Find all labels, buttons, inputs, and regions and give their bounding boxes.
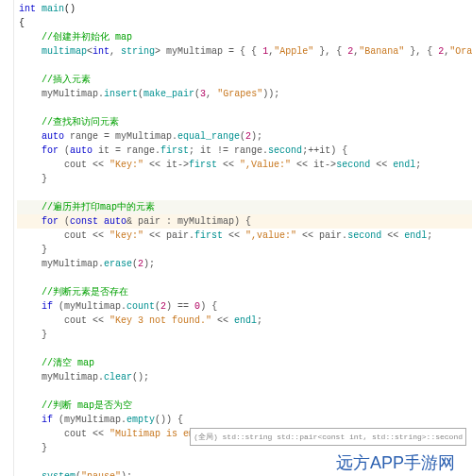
code-line[interactable] [17,101,472,115]
code-line[interactable]: //判断 map是否为空 [17,399,472,413]
code-token: auto [104,216,126,227]
code-token: (); [132,372,149,382]
code-line[interactable]: cout << "key:" << pair.first << ",value:… [17,229,472,243]
code-token: count [126,301,155,312]
code-token: auto [42,131,64,142]
code-token: << [370,160,393,170]
code-token: "Orange" [449,46,472,57]
code-token: ( [59,145,70,156]
gutter [0,0,14,476]
code-line[interactable]: auto range = myMultimap.equal_range(2); [17,129,472,144]
code-token [19,259,42,269]
code-token: const [70,216,98,227]
code-token: int [93,46,110,57]
code-token [19,46,42,57]
code-token: string [121,46,155,57]
code-token: ",value:" [245,230,296,241]
code-token: ) == [166,301,194,312]
code-token: equal_range [177,131,240,142]
code-token [19,202,42,212]
code-line[interactable]: myMultimap.erase(2); [17,257,472,271]
code-token: (myMultimap. [53,301,126,312]
code-token [19,273,25,283]
code-token: main [42,4,64,14]
code-token [19,344,25,354]
code-line[interactable]: //插入元素 [17,73,472,87]
code-line[interactable]: multimap<int, string> myMultimap = { { 1… [17,44,472,59]
code-line[interactable]: //遍历并打印map中的元素 [17,200,472,214]
code-line[interactable]: myMultimap.clear(); [17,370,472,384]
code-token: cout << [64,429,110,439]
code-line[interactable]: //创建并初始化 map [17,30,472,44]
code-line[interactable]: for (auto it = range.first; it != range.… [17,144,472,158]
code-token: << [381,230,404,241]
code-token: cout << [64,315,110,326]
code-line[interactable]: } [17,172,472,186]
code-line[interactable] [17,59,472,73]
code-token: ()) { [155,415,183,425]
code-token: << [211,315,234,326]
code-line[interactable]: //判断元素是否存在 [17,285,472,299]
code-token: ;++it) { [302,145,347,156]
code-line[interactable]: //查找和访问元素 [17,115,472,129]
code-token: , [110,46,121,57]
code-line[interactable]: { [17,16,472,30]
code-line[interactable] [17,186,472,200]
code-line[interactable] [17,384,472,399]
code-token: > myMultimap = { { [155,46,262,57]
code-token: ) { [200,301,217,312]
code-line[interactable] [17,271,472,285]
code-line[interactable]: myMultimap.insert(make_pair(3, "Grapes")… [17,87,472,101]
code-token: system [42,471,76,476]
code-token [19,60,25,71]
code-token: erase [104,259,132,269]
code-token: //判断 map是否为空 [42,400,132,411]
code-token: ; [415,160,421,170]
code-token: range = myMultimap. [64,131,177,142]
code-token: & pair : myMultimap) { [126,216,251,227]
code-token: make_pair [143,89,194,99]
code-token: ); [143,259,155,269]
code-line[interactable]: if (myMultimap.count(2) == 0) { [17,299,472,314]
code-token [19,32,42,42]
code-line[interactable]: for (const auto& pair : myMultimap) { [17,214,472,229]
code-token: "Key:" [110,160,143,170]
code-token: auto [70,145,93,156]
code-token: , [206,89,217,99]
code-token: "key:" [110,230,143,241]
code-token: "Apple" [274,46,313,57]
code-token: multimap [42,46,87,57]
code-token [19,471,42,476]
code-token: myMultimap. [42,89,104,99]
code-token: clear [104,372,132,382]
code-token [19,145,42,156]
code-line[interactable]: cout << "Key:" << it->first << ",Value:"… [17,158,472,172]
code-token: "Grapes" [217,89,262,99]
code-token [19,216,42,227]
code-token: //清空 map [42,358,94,368]
code-token: << pair. [296,230,347,241]
code-token: empty [126,415,155,425]
code-token: second [347,230,381,241]
code-token: //判断元素是否存在 [42,287,128,298]
code-token: ); [251,131,262,142]
code-token: }, { [313,46,347,57]
code-line[interactable] [17,342,472,356]
code-line[interactable]: } [17,328,472,342]
code-token: )); [262,89,279,99]
code-line[interactable]: int main() [17,2,472,16]
code-line[interactable]: } [17,243,472,257]
code-token: ",Value:" [240,160,291,170]
code-line[interactable]: cout << "Key 3 not found." << endl; [17,314,472,328]
code-token [19,287,42,298]
code-token: ( [59,216,70,227]
code-line[interactable]: if (myMultimap.empty()) { [17,413,472,427]
code-token: } [19,330,47,340]
code-token: ; [427,230,432,241]
code-token [19,160,64,170]
code-token: endl [393,160,415,170]
code-editor[interactable]: int main() { //创建并初始化 map multimap<int, … [0,0,472,476]
code-token: for [42,216,59,227]
code-token [19,358,42,368]
code-line[interactable]: //清空 map [17,356,472,370]
